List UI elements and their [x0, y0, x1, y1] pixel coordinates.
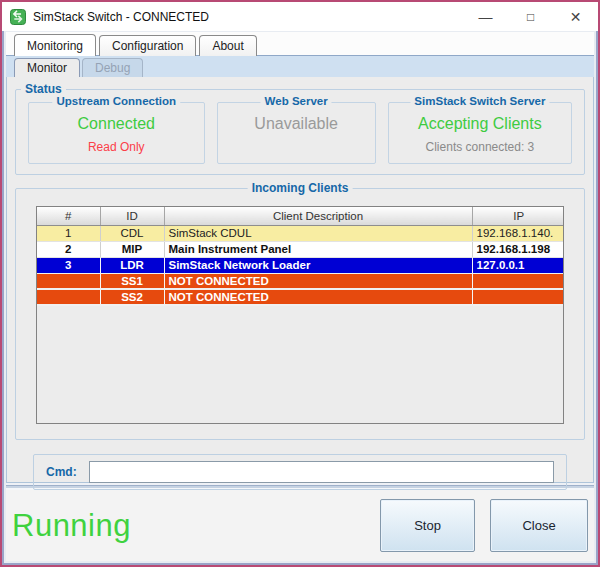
table-row[interactable]: SS2 NOT CONNECTED — [37, 289, 564, 305]
main-tab-bar: Monitoring Configuration About — [6, 32, 594, 55]
cell-description: SimStack CDUL — [164, 225, 472, 241]
cell-num: 1 — [37, 225, 100, 241]
cell-ip: 127.0.0.1 — [472, 257, 564, 273]
cell-num — [37, 273, 100, 289]
app-window: SimStack Switch - CONNECTED — □ ✕ Monito… — [0, 0, 600, 567]
cmd-groupbox: Cmd: — [33, 454, 567, 490]
title-bar: SimStack Switch - CONNECTED — □ ✕ — [2, 2, 598, 31]
switch-server-status-value: Accepting Clients — [389, 115, 571, 133]
cell-id: SS2 — [100, 289, 164, 305]
web-server-panel: Web Server Unavailable — [217, 102, 376, 164]
cell-num: 3 — [37, 257, 100, 273]
cell-ip — [472, 273, 564, 289]
cell-ip: 192.168.1.198 — [472, 241, 564, 257]
cell-description: SimStack Network Loader — [164, 257, 472, 273]
col-header-id: ID — [100, 207, 164, 225]
status-group-label: Status — [21, 82, 66, 96]
status-groupbox: Status Upstream Connection Connected Rea… — [15, 89, 585, 175]
upstream-status-value: Connected — [29, 115, 204, 133]
clients-header-row: # ID Client Description IP — [37, 207, 564, 225]
footer-bar: Running Stop Close — [6, 490, 594, 561]
cell-description: NOT CONNECTED — [164, 273, 472, 289]
cell-description: NOT CONNECTED — [164, 289, 472, 305]
window-frame: Monitoring Configuration About Monitor D… — [2, 31, 598, 565]
sub-tab-bar: Monitor Debug — [6, 55, 594, 77]
minimize-icon[interactable]: — — [463, 2, 508, 31]
cell-ip — [472, 289, 564, 305]
cell-id: LDR — [100, 257, 164, 273]
tab-monitoring[interactable]: Monitoring — [14, 34, 96, 56]
incoming-clients-groupbox: Incoming Clients # ID Client Description… — [15, 188, 585, 440]
table-row[interactable]: SS1 NOT CONNECTED — [37, 273, 564, 289]
tab-configuration[interactable]: Configuration — [99, 35, 196, 56]
tab-debug: Debug — [82, 58, 143, 77]
col-header-num: # — [37, 207, 100, 225]
cell-num — [37, 289, 100, 305]
cmd-input[interactable] — [89, 461, 554, 483]
close-icon[interactable]: ✕ — [553, 2, 598, 31]
running-status-text: Running — [12, 508, 131, 544]
web-server-status-value: Unavailable — [218, 115, 375, 133]
cmd-label: Cmd: — [46, 465, 77, 479]
cell-id: SS1 — [100, 273, 164, 289]
table-row-selected[interactable]: 3 LDR SimStack Network Loader 127.0.0.1 — [37, 257, 564, 273]
cell-ip: 192.168.1.140. — [472, 225, 564, 241]
cell-num: 2 — [37, 241, 100, 257]
incoming-clients-label: Incoming Clients — [248, 181, 353, 195]
cell-id: MIP — [100, 241, 164, 257]
app-swap-arrows-icon — [10, 9, 26, 25]
tab-about[interactable]: About — [199, 35, 256, 56]
table-row[interactable]: 2 MIP Main Instrument Panel 192.168.1.19… — [37, 241, 564, 257]
clients-connected-count: Clients connected: 3 — [389, 140, 571, 154]
upstream-connection-title: Upstream Connection — [53, 95, 181, 107]
switch-server-panel: SimStack Switch Server Accepting Clients… — [388, 102, 572, 164]
table-row[interactable]: 1 CDL SimStack CDUL 192.168.1.140. — [37, 225, 564, 241]
maximize-icon[interactable]: □ — [508, 2, 553, 31]
monitor-panel: Status Upstream Connection Connected Rea… — [6, 77, 594, 483]
clients-table-container: # ID Client Description IP 1 CDL SimStac… — [36, 206, 564, 424]
clients-table: # ID Client Description IP 1 CDL SimStac… — [37, 207, 564, 306]
cell-id: CDL — [100, 225, 164, 241]
close-button[interactable]: Close — [490, 499, 588, 552]
col-header-ip: IP — [472, 207, 564, 225]
switch-server-title: SimStack Switch Server — [410, 95, 549, 107]
stop-button[interactable]: Stop — [380, 499, 475, 552]
cell-description: Main Instrument Panel — [164, 241, 472, 257]
window-title: SimStack Switch - CONNECTED — [33, 10, 209, 24]
upstream-connection-panel: Upstream Connection Connected Read Only — [28, 102, 205, 164]
col-header-description: Client Description — [164, 207, 472, 225]
web-server-title: Web Server — [261, 95, 332, 107]
tab-monitor[interactable]: Monitor — [14, 58, 80, 77]
upstream-mode-value: Read Only — [29, 140, 204, 154]
status-row: Upstream Connection Connected Read Only … — [16, 90, 584, 164]
